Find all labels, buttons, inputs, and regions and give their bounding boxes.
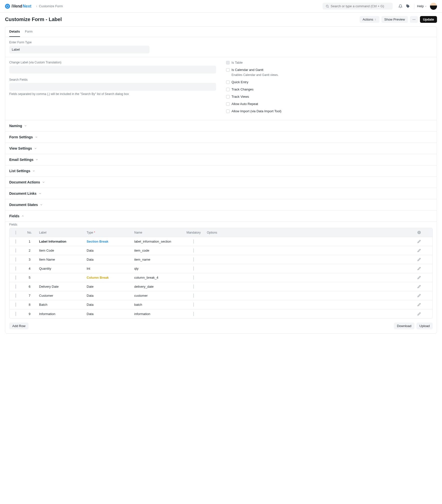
tab-form[interactable]: Form [25,27,33,37]
collapsible-email-settings[interactable]: Email Settings [5,154,437,165]
row-type: Date [85,285,132,288]
search-input[interactable] [331,4,390,8]
logo-icon [5,4,10,9]
avatar[interactable] [430,3,437,10]
page-head: Customize Form - Label Actions Show Prev… [0,13,442,26]
row-edit[interactable] [417,267,432,270]
table-row[interactable]: 5Column Breakcolumn_break_4 [10,273,432,282]
checkbox-track-changes[interactable]: Track Changes [226,87,433,91]
row-no: 2 [22,249,37,252]
row-edit[interactable] [417,276,432,279]
checkbox-quick-entry[interactable]: Quick Entry [226,80,433,84]
collapsible-list-settings[interactable]: List Settings [5,165,437,177]
row-mandatory-checkbox[interactable] [193,266,194,271]
collapsible-label: View Settings [9,146,32,150]
select-all-checkbox[interactable] [16,231,16,235]
add-row-button[interactable]: Add Row [9,323,29,329]
row-mandatory-checkbox[interactable] [193,248,194,253]
row-edit[interactable] [417,285,432,288]
checkbox-icon[interactable] [226,88,230,91]
row-name: information [132,312,182,316]
collapsible-form-settings[interactable]: Form Settings [5,132,437,143]
row-mandatory-checkbox[interactable] [193,303,194,307]
row-checkbox[interactable] [16,303,16,307]
select-icon [374,18,376,21]
chevron-right-icon [35,5,38,8]
checkbox-allow-import[interactable]: Allow Import (via Data Import Tool) [226,109,433,113]
row-checkbox[interactable] [16,239,16,244]
row-checkbox[interactable] [16,293,16,298]
checkbox-label: Allow Import (via Data Import Tool) [232,109,281,113]
download-button[interactable]: Download [394,323,414,329]
checkbox-icon[interactable] [226,95,230,98]
breadcrumb: Customize Form [34,4,63,8]
right-col: Is Table Is Calendar and Gantt Enables C… [226,61,433,117]
collapsible-document-actions[interactable]: Document Actions [5,177,437,188]
row-mandatory-checkbox[interactable] [193,257,194,262]
actions-button[interactable]: Actions [360,16,379,23]
row-checkbox[interactable] [16,257,16,262]
collapsible-label: Document Links [9,191,37,195]
row-mandatory-checkbox[interactable] [193,275,194,280]
enter-form-type-input[interactable] [9,46,150,53]
row-checkbox[interactable] [16,266,16,271]
row-edit[interactable] [417,249,432,252]
checkbox-auto-repeat[interactable]: Allow Auto Repeat [226,102,433,106]
checkbox-track-views[interactable]: Track Views [226,95,433,98]
table-row[interactable]: 9InformationDatainformation [10,309,432,318]
update-button[interactable]: Update [420,16,437,23]
col-type: Type * [85,231,132,234]
table-row[interactable]: 8BatchDatabatch [10,300,432,309]
gear-icon[interactable] [417,231,421,234]
table-row[interactable]: 7CustomerDatacustomer [10,291,432,300]
more-button[interactable] [410,16,418,23]
row-mandatory-checkbox[interactable] [193,239,194,244]
collapsible-fields[interactable]: Fields [5,211,437,222]
collapsible-view-settings[interactable]: View Settings [5,143,437,154]
row-edit[interactable] [417,303,432,306]
checkbox-icon[interactable] [226,110,230,113]
checkbox-icon[interactable] [226,102,230,106]
breadcrumb-item[interactable]: Customize Form [39,4,63,8]
collapsible-document-states[interactable]: Document States [5,199,437,211]
bell-icon[interactable] [398,4,403,9]
row-edit[interactable] [417,312,432,316]
row-checkbox[interactable] [16,312,16,316]
help-link[interactable]: Help [417,4,427,8]
tab-details[interactable]: Details [9,27,20,37]
navbar: iVendNext Customize Form Help [0,0,442,13]
svg-point-1 [326,5,328,7]
collapsible-label: List Settings [9,169,30,173]
table-row[interactable]: 3Item NameDataitem_name [10,255,432,264]
row-mandatory-checkbox[interactable] [193,312,194,316]
row-edit[interactable] [417,294,432,297]
row-edit[interactable] [417,240,432,243]
row-name: item_name [132,258,182,261]
table-row[interactable]: 1Label InformationSection Breaklabel_inf… [10,237,432,246]
row-edit[interactable] [417,258,432,261]
row-checkbox[interactable] [16,248,16,253]
row-checkbox[interactable] [16,275,16,280]
logo[interactable]: iVendNext [5,4,31,9]
show-preview-button[interactable]: Show Preview [381,16,408,23]
row-checkbox[interactable] [16,284,16,289]
collapsible-naming[interactable]: Naming [5,120,437,132]
row-no: 8 [22,303,37,307]
checkbox-icon[interactable] [226,80,230,84]
checkbox-is-calendar[interactable]: Is Calendar and Gantt [226,68,433,72]
search-box[interactable] [323,3,393,10]
tag-icon[interactable] [406,4,410,9]
search-fields-input[interactable] [9,83,216,91]
section-form-type: Enter Form Type [5,37,437,57]
table-row[interactable]: 4QuantityIntqty [10,264,432,273]
chevron-down-icon [35,136,38,139]
collapsible-document-links[interactable]: Document Links [5,188,437,199]
table-row[interactable]: 2Item CodeDataitem_code [10,246,432,255]
row-mandatory-checkbox[interactable] [193,284,194,289]
checkbox-icon[interactable] [226,68,230,72]
table-row[interactable]: 6Delivery DateDatedelivery_date [10,282,432,291]
change-label-input[interactable] [9,66,216,73]
row-mandatory-checkbox[interactable] [193,293,194,298]
upload-button[interactable]: Upload [416,323,433,329]
col-label: Label [37,231,85,234]
